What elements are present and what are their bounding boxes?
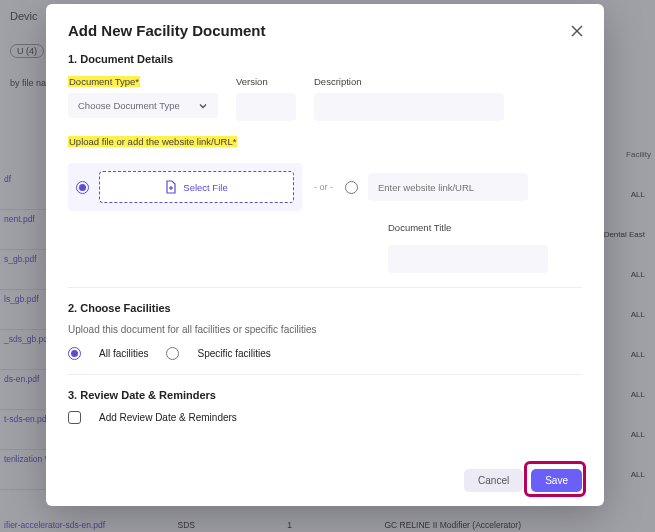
document-details-row: Document Type* Choose Document Type Vers… bbox=[68, 75, 582, 121]
specific-facilities-radio[interactable] bbox=[166, 347, 179, 360]
document-title-group: Document Title bbox=[388, 221, 582, 273]
document-type-placeholder: Choose Document Type bbox=[78, 100, 180, 111]
upload-file-radio[interactable] bbox=[76, 181, 89, 194]
save-button[interactable]: Save bbox=[531, 469, 582, 492]
select-file-button[interactable]: Select File bbox=[99, 171, 294, 203]
modal-title: Add New Facility Document bbox=[68, 22, 582, 39]
document-type-select[interactable]: Choose Document Type bbox=[68, 93, 218, 118]
document-title-input[interactable] bbox=[388, 245, 548, 273]
cancel-button[interactable]: Cancel bbox=[464, 469, 523, 492]
section-3-heading: 3. Review Date & Reminders bbox=[68, 389, 582, 401]
description-label: Description bbox=[314, 76, 362, 87]
close-button[interactable] bbox=[570, 22, 586, 38]
facility-options: All facilities Specific facilities bbox=[68, 347, 582, 360]
upload-label: Upload file or add the website link/URL* bbox=[68, 136, 237, 147]
all-facilities-radio[interactable] bbox=[68, 347, 81, 360]
description-input[interactable] bbox=[314, 93, 504, 121]
review-date-row: Add Review Date & Reminders bbox=[68, 411, 582, 424]
divider bbox=[68, 374, 582, 375]
modal-footer: Cancel Save bbox=[464, 469, 582, 492]
version-input[interactable] bbox=[236, 93, 296, 121]
add-facility-document-modal: Add New Facility Document 1. Document De… bbox=[46, 4, 604, 506]
close-icon bbox=[570, 24, 584, 38]
file-icon bbox=[165, 180, 177, 194]
upload-row: Select File - or - bbox=[68, 163, 582, 211]
file-upload-pane: Select File bbox=[68, 163, 302, 211]
section-1-heading: 1. Document Details bbox=[68, 53, 582, 65]
version-label: Version bbox=[236, 76, 268, 87]
chevron-down-icon bbox=[198, 101, 208, 111]
document-type-label: Document Type* bbox=[68, 76, 140, 87]
specific-facilities-label: Specific facilities bbox=[197, 348, 270, 359]
document-title-label: Document Title bbox=[388, 222, 451, 233]
section-2-helper: Upload this document for all facilities … bbox=[68, 324, 582, 335]
website-url-input[interactable] bbox=[368, 173, 528, 201]
section-2-heading: 2. Choose Facilities bbox=[68, 302, 582, 314]
or-divider: - or - bbox=[314, 182, 333, 192]
website-url-radio[interactable] bbox=[345, 181, 358, 194]
divider bbox=[68, 287, 582, 288]
add-review-checkbox[interactable] bbox=[68, 411, 81, 424]
add-review-label: Add Review Date & Reminders bbox=[99, 412, 237, 423]
all-facilities-label: All facilities bbox=[99, 348, 148, 359]
